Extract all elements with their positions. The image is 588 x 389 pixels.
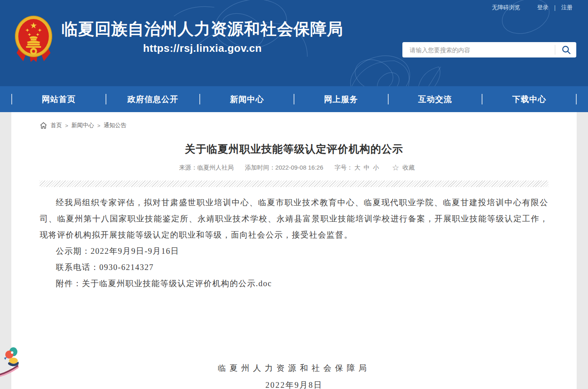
accessibility-link[interactable]: 无障碍浏览 xyxy=(492,4,520,11)
brand: 临夏回族自治州人力资源和社会保障局 https://rsj.linxia.gov… xyxy=(15,15,343,63)
search-box xyxy=(402,42,576,57)
star-icon: ☆ xyxy=(392,164,399,172)
search-input[interactable] xyxy=(410,47,551,53)
attachment-link[interactable]: 关于临夏州职业技能等级认定评价机构的公示.doc xyxy=(82,279,272,288)
article-source: 来源：临夏州人社局 xyxy=(179,164,234,172)
breadcrumb-separator: > xyxy=(65,123,68,129)
nav-item-news[interactable]: 新闻中心 xyxy=(200,94,294,105)
site-title: 临夏回族自治州人力资源和社会保障局 xyxy=(61,19,343,38)
attachment-label: 附件： xyxy=(56,279,82,288)
site-header: 无障碍浏览 登录 | 注册 xyxy=(0,0,588,86)
article-signature: 临夏州人力资源和社会保障局 2022年9月8日 xyxy=(40,359,548,389)
font-size-small-button[interactable]: 小 xyxy=(373,164,379,171)
topbar-separator: | xyxy=(554,4,556,11)
nav-inner: 网站首页 政府信息公开 新闻中心 网上服务 互动交流 下载中心 xyxy=(11,86,577,112)
site-url: https://rsj.linxia.gov.cn xyxy=(61,42,343,55)
article-title: 关于临夏州职业技能等级认定评价机构的公示 xyxy=(40,142,548,156)
nav-item-interaction[interactable]: 互动交流 xyxy=(389,94,482,105)
favorite-label: 收藏 xyxy=(402,164,415,172)
home-icon[interactable] xyxy=(40,122,47,129)
font-size-label: 字号： xyxy=(334,164,353,171)
contact-phone-line: 联系电话：0930-6214327 xyxy=(40,259,548,275)
article-time: 添加时间：2022-09-08 16:26 xyxy=(245,164,323,172)
signature-date: 2022年9月8日 xyxy=(40,376,548,389)
login-link[interactable]: 登录 xyxy=(537,4,548,11)
main-nav: 网站首页 政府信息公开 新闻中心 网上服务 互动交流 下载中心 xyxy=(0,86,588,112)
favorite-button[interactable]: ☆ 收藏 xyxy=(392,164,415,172)
font-size-control: 字号：大中小 xyxy=(334,164,381,172)
search-button[interactable] xyxy=(559,43,573,57)
attachment-line: 附件：关于临夏州职业技能等级认定评价机构的公示.doc xyxy=(40,275,548,291)
publicity-period-line: 公示期：2022年9月9日-9月16日 xyxy=(40,243,548,259)
nav-item-online-service[interactable]: 网上服务 xyxy=(294,94,388,105)
article-body: 经我局组织专家评估，拟对甘肃盛世职业培训中心、临夏市职业技术教育中心、临夏现代职… xyxy=(40,194,548,291)
signature-org: 临夏州人力资源和社会保障局 xyxy=(40,359,548,376)
search-divider xyxy=(555,45,555,55)
brand-text: 临夏回族自治州人力资源和社会保障局 https://rsj.linxia.gov… xyxy=(61,15,343,55)
nav-item-download[interactable]: 下载中心 xyxy=(482,94,576,105)
topbar: 无障碍浏览 登录 | 注册 xyxy=(492,4,573,11)
search-icon xyxy=(561,45,571,55)
font-size-large-button[interactable]: 大 xyxy=(354,164,360,171)
floating-mascot-graphic[interactable] xyxy=(0,345,19,379)
nav-divider xyxy=(576,94,577,104)
breadcrumb: 首页 > 新闻中心 > 通知公告 xyxy=(40,122,548,129)
body-paragraph: 经我局组织专家评估，拟对甘肃盛世职业培训中心、临夏市职业技术教育中心、临夏现代职… xyxy=(40,194,548,243)
hatched-divider xyxy=(40,181,548,187)
breadcrumb-separator: > xyxy=(97,123,101,129)
breadcrumb-notice[interactable]: 通知公告 xyxy=(104,122,126,129)
breadcrumb-news-center[interactable]: 新闻中心 xyxy=(72,122,94,129)
content-sheet: 首页 > 新闻中心 > 通知公告 关于临夏州职业技能等级认定评价机构的公示 来源… xyxy=(11,112,577,389)
national-emblem-logo xyxy=(15,15,53,63)
nav-item-home[interactable]: 网站首页 xyxy=(12,94,106,105)
font-size-medium-button[interactable]: 中 xyxy=(364,164,370,171)
breadcrumb-home[interactable]: 首页 xyxy=(51,122,62,129)
nav-item-gov-info[interactable]: 政府信息公开 xyxy=(106,94,200,105)
page: 无障碍浏览 登录 | 注册 xyxy=(0,0,588,389)
register-link[interactable]: 注册 xyxy=(561,4,573,11)
article-meta: 来源：临夏州人社局 添加时间：2022-09-08 16:26 字号：大中小 ☆… xyxy=(40,164,548,172)
